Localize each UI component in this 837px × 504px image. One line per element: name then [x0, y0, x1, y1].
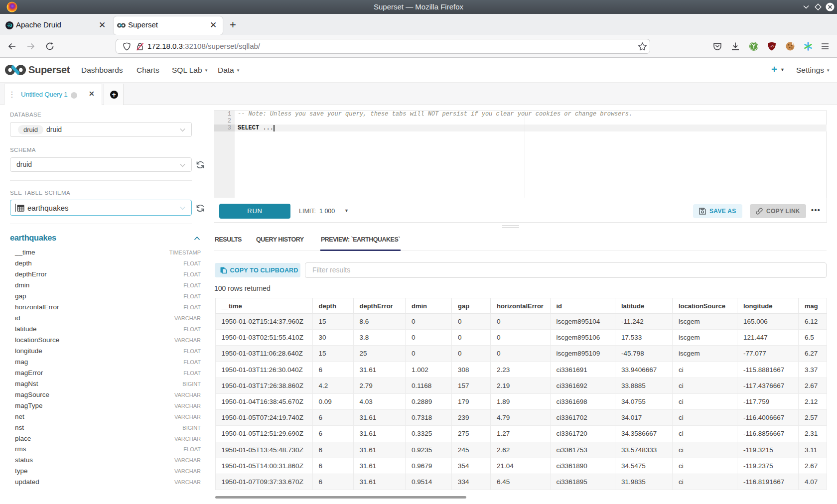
svg-text:uO: uO: [770, 45, 774, 48]
